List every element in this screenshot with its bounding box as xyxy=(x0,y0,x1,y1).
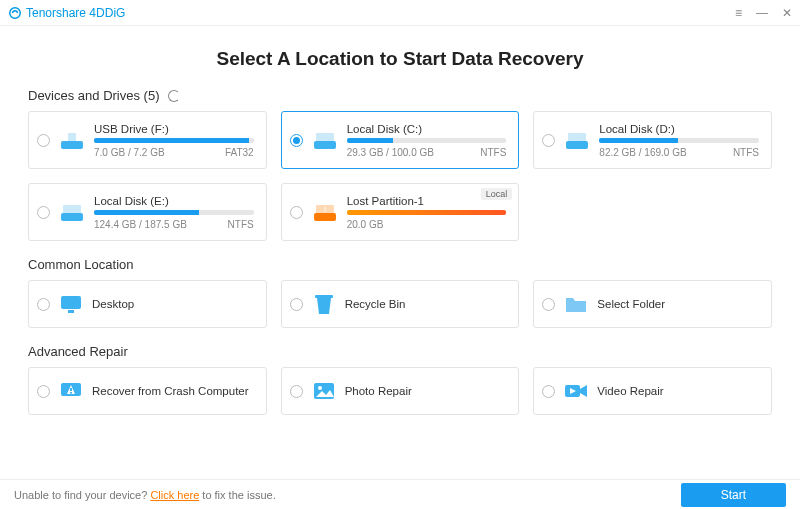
advanced-grid: Recover from Crash Computer Photo Repair… xyxy=(28,367,772,415)
brand: Tenorshare 4DDiG xyxy=(8,6,125,20)
folder-icon xyxy=(563,291,589,317)
drive-card[interactable]: USB Drive (F:) 7.0 GB / 7.2 GBFAT32 xyxy=(28,111,267,169)
logo-icon xyxy=(8,6,22,20)
usage-bar xyxy=(347,138,507,143)
radio-icon[interactable] xyxy=(542,298,555,311)
svg-rect-8 xyxy=(63,205,81,213)
drive-icon xyxy=(563,128,591,152)
radio-icon[interactable] xyxy=(37,134,50,147)
location-card[interactable]: Recycle Bin xyxy=(281,280,520,328)
radio-icon[interactable] xyxy=(542,385,555,398)
svg-rect-6 xyxy=(568,133,586,141)
location-card[interactable]: Video Repair xyxy=(533,367,772,415)
drive-name: Local Disk (E:) xyxy=(94,195,254,207)
radio-icon[interactable] xyxy=(37,298,50,311)
page-title: Select A Location to Start Data Recovery xyxy=(28,48,772,70)
drive-card[interactable]: Local Disk (D:) 82.2 GB / 169.0 GBNTFS xyxy=(533,111,772,169)
svg-rect-13 xyxy=(68,310,74,313)
radio-icon[interactable] xyxy=(37,206,50,219)
trash-icon xyxy=(311,291,337,317)
common-grid: Desktop Recycle Bin Select Folder xyxy=(28,280,772,328)
svg-point-0 xyxy=(10,7,21,18)
drive-icon: ! xyxy=(311,200,339,224)
location-label: Photo Repair xyxy=(345,385,412,397)
svg-rect-12 xyxy=(61,296,81,309)
drive-card[interactable]: ! Lost Partition-1 20.0 GB Local xyxy=(281,183,520,241)
start-button[interactable]: Start xyxy=(681,483,786,507)
location-label: Recover from Crash Computer xyxy=(92,385,249,397)
drive-card[interactable]: Local Disk (E:) 124.4 GB / 187.5 GBNTFS xyxy=(28,183,267,241)
svg-rect-5 xyxy=(566,141,588,149)
drive-card[interactable]: Local Disk (C:) 29.3 GB / 100.0 GBNTFS xyxy=(281,111,520,169)
usage-bar xyxy=(94,138,254,143)
svg-rect-14 xyxy=(315,295,333,298)
drive-name: Local Disk (D:) xyxy=(599,123,759,135)
window-controls: ≡ — ✕ xyxy=(735,6,792,20)
svg-text:!: ! xyxy=(324,205,326,214)
minimize-icon[interactable]: — xyxy=(756,6,768,20)
drive-name: Local Disk (C:) xyxy=(347,123,507,135)
radio-icon[interactable] xyxy=(290,298,303,311)
refresh-icon[interactable] xyxy=(168,90,180,102)
brand-text: Tenorshare 4DDiG xyxy=(26,6,125,20)
location-label: Select Folder xyxy=(597,298,665,310)
svg-rect-16 xyxy=(70,388,72,391)
svg-point-19 xyxy=(318,386,322,390)
close-icon[interactable]: ✕ xyxy=(782,6,792,20)
location-card[interactable]: Recover from Crash Computer xyxy=(28,367,267,415)
titlebar: Tenorshare 4DDiG ≡ — ✕ xyxy=(0,0,800,26)
common-section-title: Common Location xyxy=(28,257,772,272)
svg-rect-1 xyxy=(61,141,83,149)
drive-icon xyxy=(58,128,86,152)
usage-bar xyxy=(94,210,254,215)
advanced-section-title: Advanced Repair xyxy=(28,344,772,359)
svg-rect-3 xyxy=(314,141,336,149)
crash-icon xyxy=(58,378,84,404)
location-card[interactable]: Desktop xyxy=(28,280,267,328)
tag: Local xyxy=(481,188,513,200)
svg-rect-7 xyxy=(61,213,83,221)
radio-icon[interactable] xyxy=(37,385,50,398)
click-here-link[interactable]: Click here xyxy=(150,489,199,501)
drive-icon xyxy=(58,200,86,224)
location-card[interactable]: Select Folder xyxy=(533,280,772,328)
radio-icon[interactable] xyxy=(290,385,303,398)
drives-grid: USB Drive (F:) 7.0 GB / 7.2 GBFAT32 Loca… xyxy=(28,111,772,241)
drive-name: USB Drive (F:) xyxy=(94,123,254,135)
radio-icon[interactable] xyxy=(290,134,303,147)
footer: Unable to find your device? Click here t… xyxy=(0,479,800,509)
svg-rect-4 xyxy=(316,133,334,141)
location-label: Video Repair xyxy=(597,385,663,397)
drives-section-title: Devices and Drives (5) xyxy=(28,88,772,103)
location-label: Recycle Bin xyxy=(345,298,406,310)
location-label: Desktop xyxy=(92,298,134,310)
svg-rect-9 xyxy=(314,213,336,221)
main-content: Select A Location to Start Data Recovery… xyxy=(0,26,800,415)
video-icon xyxy=(563,378,589,404)
radio-icon[interactable] xyxy=(542,134,555,147)
drive-icon xyxy=(311,128,339,152)
photo-icon xyxy=(311,378,337,404)
footer-message: Unable to find your device? Click here t… xyxy=(14,489,276,501)
desktop-icon xyxy=(58,291,84,317)
menu-icon[interactable]: ≡ xyxy=(735,6,742,20)
location-card[interactable]: Photo Repair xyxy=(281,367,520,415)
usage-bar xyxy=(347,210,507,215)
radio-icon[interactable] xyxy=(290,206,303,219)
svg-rect-2 xyxy=(68,133,76,141)
svg-rect-17 xyxy=(70,392,72,394)
usage-bar xyxy=(599,138,759,143)
